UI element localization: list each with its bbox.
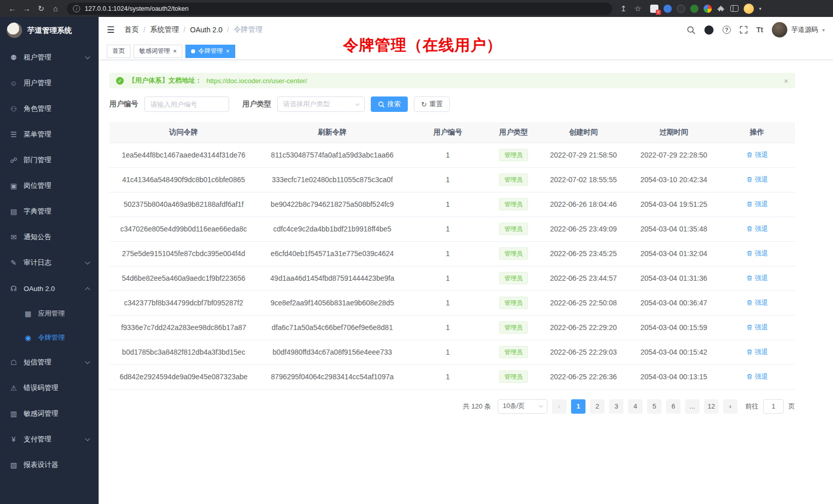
page-button[interactable]: 2 [590,399,604,414]
bookmark-star-icon[interactable]: ☆ [631,2,645,15]
sidebar-item-post[interactable]: ▣ 岗位管理 [0,173,99,199]
browser-reload-icon[interactable]: ↻ [34,2,48,15]
sidebar-item-error-code[interactable]: ⚠ 错误码管理 [0,375,99,401]
force-logout-link[interactable]: 强退 [746,200,768,209]
tenant-icon: ⚉ [9,53,18,62]
user-type-select[interactable]: 请选择用户类型 [277,96,365,112]
sidebar-item-menu[interactable]: ☰ 菜单管理 [0,122,99,147]
badge-icon: ▣ [9,182,18,190]
doc-link[interactable]: https://doc.iocoder.cn/user-center/ [206,77,307,85]
sidebar-item-audit-log[interactable]: ✎ 审计日志 [0,250,99,276]
font-size-icon[interactable]: Tt [756,26,763,34]
collapse-sidebar-icon[interactable]: ☰ [107,25,115,35]
sidebar-item-role[interactable]: ⚇ 角色管理 [0,96,99,122]
cell-access-token: f9336e7c7dd242a283ee98dc86b17a87 [109,315,258,340]
tab-close-icon[interactable]: × [173,48,177,54]
force-logout-link[interactable]: 强退 [746,323,768,332]
force-logout-link[interactable]: 强退 [746,224,768,234]
reset-button[interactable]: ↻ 重置 [414,96,450,112]
force-logout-link[interactable]: 强退 [746,150,768,160]
page-button[interactable]: 4 [628,399,642,414]
tab-token-management[interactable]: 令牌管理 × [185,45,235,58]
org-tree-icon: ☍ [9,156,18,164]
address-bar[interactable]: i 127.0.0.1:1024/system/oauth2/token [67,3,612,15]
page-size-select[interactable]: 10条/页 [498,399,547,414]
sidebar-item-report-designer[interactable]: ▧ 报表设计器 [0,452,99,478]
page-button[interactable]: 6 [666,399,680,414]
goto-page-input[interactable] [763,399,784,414]
sidebar-item-sensitive-word[interactable]: ▥ 敏感词管理 [0,401,99,427]
browser-forward-icon[interactable]: → [20,2,34,15]
browser-profile-avatar[interactable] [744,4,754,14]
page-info-icon[interactable]: i [73,5,80,12]
alert-close-icon[interactable]: × [784,76,788,85]
sidebar-item-label: 敏感词管理 [24,409,59,418]
sidebar-item-sms[interactable]: ☖ 短信管理 [0,350,99,375]
force-logout-link[interactable]: 强退 [746,372,768,381]
sidebar-item-payment[interactable]: ¥ 支付管理 [0,427,99,452]
sidebar-item-user[interactable]: ☺ 用户管理 [0,70,99,96]
extension-icon[interactable] [677,5,685,13]
table-row: c342377bf8b344799dcbf7bf095287f2 9ce8ef2… [109,290,795,315]
user-id-input[interactable] [144,96,229,112]
pagination: 共 120 条 10条/页 ‹ 1 2 3 4 [109,399,795,414]
side-panel-icon[interactable] [730,5,739,12]
prev-page-button[interactable]: ‹ [552,399,566,414]
col-expires: 过期时间 [629,122,719,143]
sidebar-item-app-management[interactable]: ▦ 应用管理 [0,301,99,325]
github-icon[interactable] [704,25,714,35]
sidebar-item-oauth[interactable]: ☊ OAuth 2.0 [0,276,99,301]
page-button[interactable]: 1 [571,399,585,414]
page-button[interactable]: 5 [647,399,661,414]
tab-home[interactable]: 首页 [107,45,130,58]
user-type-placeholder: 请选择用户类型 [283,100,330,109]
chevron-down-icon [539,403,543,408]
next-page-button[interactable]: › [723,399,737,414]
extensions-puzzle-icon[interactable] [717,5,725,13]
tab-close-icon[interactable]: × [226,48,230,54]
tab-label: 令牌管理 [198,47,223,55]
user-type-tag: 管理员 [499,198,528,210]
app-grid-icon: ▦ [24,309,32,318]
help-icon[interactable]: ? [723,26,731,34]
breadcrumb-home[interactable]: 首页 [124,25,139,34]
share-icon[interactable]: ↥ [616,2,631,15]
page-button[interactable]: ... [685,399,699,414]
force-logout-link[interactable]: 强退 [746,175,768,184]
breadcrumb-system[interactable]: 系统管理 [150,25,179,34]
browser-home-icon[interactable]: ⌂ [48,2,63,15]
page-button[interactable]: 3 [609,399,623,414]
breadcrumb-separator: / [183,26,185,34]
browser-back-icon[interactable]: ← [5,2,20,15]
tab-sensitive-word[interactable]: 敏感词管理 × [134,45,182,58]
sidebar-item-dict[interactable]: ▤ 字典管理 [0,199,99,224]
cell-access-token: c342377bf8b344799dcbf7bf095287f2 [109,290,258,315]
cell-user-type: 管理员 [489,340,538,364]
extension-icon[interactable]: 0 [650,5,658,13]
sidebar-item-label: 错误码管理 [24,383,59,393]
force-logout-link[interactable]: 强退 [746,249,768,258]
extension-icon[interactable] [704,5,712,13]
sidebar-item-department[interactable]: ☍ 部门管理 [0,147,99,173]
user-menu[interactable]: 芋道源码 ▾ [772,22,825,37]
fullscreen-icon[interactable] [740,26,748,34]
browser-profile-caret-icon[interactable]: ▾ [759,6,762,11]
sidebar-item-notice[interactable]: ✉ 通知公告 [0,224,99,250]
sidebar-item-tenant[interactable]: ⚉ 租户管理 [0,45,99,70]
force-logout-link[interactable]: 强退 [746,298,768,307]
breadcrumb: 首页 / 系统管理 / OAuth 2.0 / 令牌管理 [124,25,262,34]
headset-icon: ☊ [9,284,18,293]
cell-created: 2022-06-25 22:26:36 [538,364,629,389]
extension-icon[interactable] [664,5,672,13]
extension-icon[interactable] [690,5,698,13]
force-logout-link[interactable]: 强退 [746,347,768,357]
search-button[interactable]: 搜索 [371,96,408,112]
cell-refresh-token: cdfc4ce9c2da4bb1bdf21b9918ff4be5 [258,217,407,241]
force-logout-link[interactable]: 强退 [746,274,768,283]
breadcrumb-oauth[interactable]: OAuth 2.0 [190,26,222,34]
page-button[interactable]: 12 [704,399,718,414]
sidebar-item-token-management[interactable]: ◉ 令牌管理 [0,325,99,350]
search-icon[interactable] [687,26,695,34]
cell-actions: 强退 [719,315,795,340]
url-text: 127.0.0.1:1024/system/oauth2/token [85,5,188,12]
